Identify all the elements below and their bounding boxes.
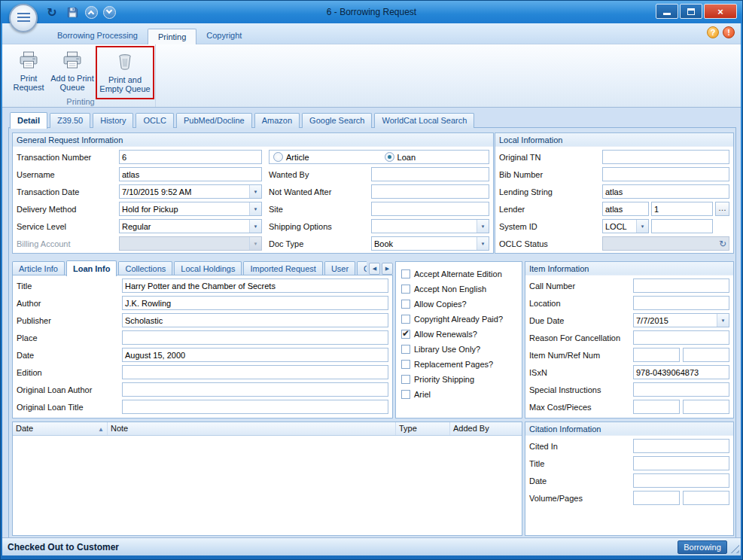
tab-z3950[interactable]: Z39.50 — [50, 113, 90, 128]
ribbon-collapse-button[interactable] — [85, 6, 98, 19]
module-badge[interactable]: Borrowing — [678, 540, 727, 554]
tab-loan-info[interactable]: Loan Info — [66, 260, 117, 276]
original-tn-field[interactable] — [602, 150, 729, 164]
citation-title-field[interactable] — [633, 456, 729, 470]
system-id-combo[interactable]: LOCL ▼ — [602, 219, 649, 233]
checkbox-copyright-already-paid[interactable]: Copyright Already Paid? — [401, 312, 522, 327]
title-field[interactable]: Harry Potter and the Chamber of Secrets — [122, 278, 388, 293]
lender-count-field[interactable]: 1 — [651, 202, 713, 216]
tab-history[interactable]: History — [93, 113, 133, 128]
dropdown-arrow-icon[interactable]: ▼ — [249, 185, 261, 198]
close-button[interactable]: × — [704, 4, 737, 19]
tab-scroll-left-button[interactable]: ◀ — [369, 263, 380, 275]
tab-worldcat-local-search[interactable]: WorldCat Local Search — [374, 113, 474, 128]
refresh-button[interactable]: ↻ — [44, 5, 59, 20]
checkbox-accept-alternate-edition[interactable]: Accept Alternate Edition — [401, 266, 522, 282]
dropdown-arrow-icon[interactable]: ▼ — [636, 220, 648, 233]
tab-imported-request[interactable]: Imported Request — [243, 261, 322, 275]
dropdown-arrow-icon[interactable]: ▼ — [717, 314, 729, 327]
ribbon-tab-printing[interactable]: Printing — [148, 29, 196, 44]
tab-detail[interactable]: Detail — [10, 112, 47, 129]
volume-field[interactable] — [633, 491, 680, 505]
due-date-combo[interactable]: 7/7/2015 ▼ — [633, 313, 729, 327]
about-icon[interactable]: ! — [723, 26, 735, 38]
system-id-field[interactable] — [651, 219, 713, 233]
lender-browse-button[interactable]: … — [715, 202, 729, 216]
column-header-added-by[interactable]: Added By — [450, 422, 522, 435]
publisher-field[interactable]: Scholastic — [122, 313, 388, 327]
max-cost-field[interactable] — [633, 400, 680, 414]
article-radio[interactable] — [273, 152, 283, 162]
delivery-method-combo[interactable]: Hold for Pickup ▼ — [119, 202, 262, 216]
checkbox-priority-shipping[interactable]: Priority Shipping — [401, 372, 522, 387]
checkbox-ariel[interactable]: Ariel — [401, 387, 522, 402]
column-header-note[interactable]: Note — [108, 422, 396, 435]
pages-field[interactable] — [683, 491, 729, 505]
notes-table-body[interactable] — [13, 436, 522, 536]
doc-type-combo[interactable]: Book ▼ — [371, 236, 489, 251]
tab-oclc[interactable]: OCLC — [136, 113, 174, 128]
ribbon-tab-copyright[interactable]: Copyright — [196, 28, 251, 44]
tab-scroll-right-button[interactable]: ▶ — [382, 263, 393, 275]
original-loan-title-field[interactable] — [122, 400, 388, 414]
oclc-refresh-icon[interactable]: ↻ — [719, 238, 726, 250]
place-field[interactable] — [122, 330, 388, 345]
maximize-button[interactable] — [680, 4, 702, 19]
resize-grip[interactable] — [729, 543, 739, 553]
location-field[interactable] — [633, 296, 729, 310]
special-instructions-field[interactable] — [633, 382, 729, 397]
bib-number-field[interactable] — [602, 167, 729, 181]
tab-user[interactable]: User — [324, 261, 355, 275]
ribbon-expand-button[interactable] — [103, 6, 116, 19]
tab-amazon[interactable]: Amazon — [254, 113, 300, 128]
ribbon-tab-borrowing-processing[interactable]: Borrowing Processing — [47, 28, 148, 44]
tab-local-holdings[interactable]: Local Holdings — [174, 261, 242, 275]
column-header-type[interactable]: Type — [396, 422, 450, 435]
transaction-date-combo[interactable]: 7/10/2015 9:52 AM ▼ — [119, 184, 262, 199]
checkbox-library-use-only[interactable]: Library Use Only? — [401, 342, 522, 357]
service-level-combo[interactable]: Regular ▼ — [119, 219, 262, 233]
save-button[interactable] — [65, 5, 80, 20]
transaction-number-field[interactable]: 6 — [119, 150, 262, 164]
help-icon[interactable]: ? — [707, 26, 719, 38]
isxn-field[interactable]: 978-0439064873 — [633, 365, 729, 379]
tab-google-search[interactable]: Google Search — [302, 113, 372, 128]
author-field[interactable]: J.K. Rowling — [122, 296, 388, 310]
add-to-print-queue-button[interactable]: Add to Print Queue — [50, 47, 95, 92]
lending-string-field[interactable]: atlas — [602, 184, 729, 199]
tab-pubmed-docline[interactable]: PubMed/Docline — [176, 113, 252, 128]
checkbox-allow-renewals[interactable]: Allow Renewals? — [401, 327, 522, 342]
dropdown-arrow-icon[interactable]: ▼ — [477, 220, 489, 233]
lender-field[interactable]: atlas — [602, 202, 649, 216]
column-header-date[interactable]: Date ▲ — [13, 422, 108, 435]
not-wanted-after-field[interactable] — [371, 184, 489, 199]
pieces-field[interactable] — [683, 400, 729, 414]
reason-for-cancellation-field[interactable] — [633, 330, 729, 345]
dropdown-arrow-icon[interactable]: ▼ — [249, 202, 261, 215]
ref-num-field[interactable] — [683, 348, 729, 362]
date-field[interactable]: August 15, 2000 — [122, 348, 388, 362]
app-menu-button[interactable] — [9, 4, 38, 32]
print-request-button[interactable]: Print Request — [9, 47, 48, 92]
checkbox-accept-non-english[interactable]: Accept Non English — [401, 282, 522, 297]
checkbox-allow-copies[interactable]: Allow Copies? — [401, 297, 522, 312]
edition-field[interactable] — [122, 365, 388, 379]
citation-date-field[interactable] — [633, 473, 729, 488]
cited-in-field[interactable] — [633, 439, 729, 453]
username-field[interactable]: atlas — [119, 167, 262, 181]
tab-article-info[interactable]: Article Info — [12, 261, 65, 275]
chevron-down-icon — [106, 7, 112, 13]
item-num-field[interactable] — [633, 348, 680, 362]
wanted-by-field[interactable] — [371, 167, 489, 181]
minimize-button[interactable] — [656, 4, 678, 19]
original-loan-author-field[interactable] — [122, 382, 388, 397]
shipping-options-combo[interactable]: ▼ — [371, 219, 489, 233]
tab-collections[interactable]: Collections — [118, 261, 172, 275]
call-number-field[interactable] — [633, 278, 729, 293]
print-and-empty-queue-button[interactable]: Print and Empty Queue — [96, 46, 154, 99]
site-field[interactable] — [371, 202, 489, 216]
checkbox-replacement-pages[interactable]: Replacement Pages? — [401, 357, 522, 372]
dropdown-arrow-icon[interactable]: ▼ — [249, 220, 261, 233]
dropdown-arrow-icon[interactable]: ▼ — [477, 237, 489, 250]
loan-radio[interactable] — [385, 152, 394, 162]
